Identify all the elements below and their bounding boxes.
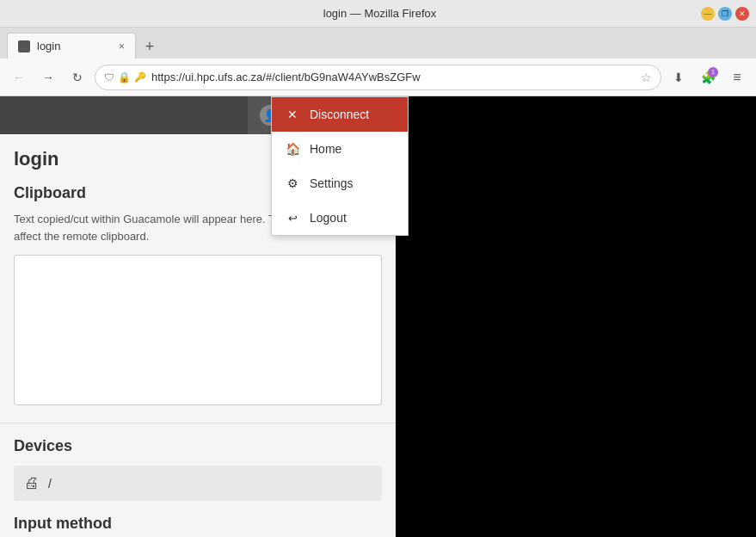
devices-section: Devices 🖨 /	[0, 423, 396, 515]
window-title: login — Mozilla Firefox	[58, 7, 701, 20]
remote-screen	[396, 96, 756, 537]
home-icon: 🏠	[286, 142, 299, 156]
active-tab[interactable]: login ×	[7, 33, 136, 59]
hamburger-icon: ≡	[733, 70, 741, 85]
title-bar: login — Mozilla Firefox — ❐ ✕	[0, 0, 756, 28]
minimize-button[interactable]: —	[701, 7, 715, 21]
logout-icon: ↩	[286, 212, 299, 225]
disconnect-menu-item[interactable]: ✕ Disconnect	[272, 97, 408, 132]
restore-button[interactable]: ❐	[718, 7, 732, 21]
url-bar[interactable]: 🛡 🔒 🔑 https://ui.hpc.ufs.ac.za/#/client/…	[95, 65, 661, 90]
devices-title: Devices	[14, 437, 382, 455]
browser-window: login — Mozilla Firefox — ❐ ✕ login × + …	[0, 0, 756, 537]
device-item: 🖨 /	[14, 466, 382, 501]
main-content: 👤 blingondobsonext ▼ login Clipboard Tex…	[0, 96, 756, 537]
settings-menu-item[interactable]: ⚙ Settings	[272, 166, 408, 201]
disconnect-icon: ✕	[286, 108, 299, 121]
notification-badge: 1	[708, 67, 718, 77]
download-button[interactable]: ⬇	[667, 65, 691, 90]
logout-label: Logout	[310, 211, 347, 225]
disconnect-label: Disconnect	[310, 108, 369, 121]
gear-icon: ⚙	[286, 176, 299, 190]
url-text: https://ui.hpc.ufs.ac.za/#/client/bG9naW…	[151, 71, 636, 83]
refresh-button[interactable]: ↻	[65, 65, 89, 90]
url-security-icons: 🛡 🔒 🔑	[104, 71, 146, 83]
input-method-title: Input method	[14, 515, 382, 533]
key-icon: 🔑	[134, 71, 146, 83]
back-button[interactable]: ←	[7, 65, 31, 90]
tab-favicon	[18, 40, 30, 52]
printer-icon: 🖨	[24, 474, 40, 492]
home-menu-item[interactable]: 🏠 Home	[272, 132, 408, 166]
tab-label: login	[37, 40, 60, 52]
tab-bar: login × +	[0, 28, 756, 59]
home-label: Home	[310, 142, 341, 156]
shield-icon: 🛡	[104, 71, 114, 83]
nav-right-icons: ⬇ 🧩 1 ≡	[667, 65, 749, 90]
download-icon: ⬇	[673, 71, 684, 84]
settings-label: Settings	[310, 176, 353, 190]
bookmark-button[interactable]: ☆	[641, 71, 652, 84]
logout-menu-item[interactable]: ↩ Logout	[272, 201, 408, 235]
nav-bar: ← → ↻ 🛡 🔒 🔑 https://ui.hpc.ufs.ac.za/#/c…	[0, 59, 756, 96]
forward-button[interactable]: →	[36, 65, 60, 90]
new-tab-button[interactable]: +	[138, 34, 162, 59]
menu-button[interactable]: ≡	[725, 65, 749, 90]
user-menu-container: ✕ Disconnect 🏠 Home ⚙ Settings	[271, 96, 409, 236]
window-controls: — ❐ ✕	[701, 7, 749, 21]
tab-close-button[interactable]: ×	[119, 40, 125, 52]
close-button[interactable]: ✕	[735, 7, 749, 21]
lock-icon: 🔒	[118, 71, 131, 83]
clipboard-textarea[interactable]	[14, 255, 382, 405]
dropdown-menu: ✕ Disconnect 🏠 Home ⚙ Settings	[271, 96, 409, 236]
input-method-section: Input method	[0, 515, 396, 537]
extensions-button[interactable]: 🧩 1	[696, 65, 720, 90]
device-label: /	[48, 477, 52, 491]
